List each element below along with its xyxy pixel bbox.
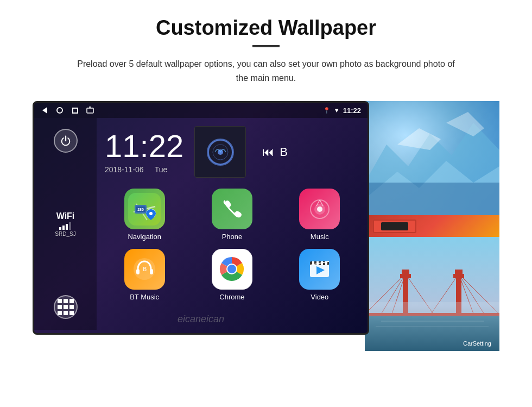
svg-point-15	[317, 206, 322, 212]
apps-grid-icon	[58, 299, 74, 315]
clock-section: 11:22 2018-11-06 Tue	[105, 130, 183, 174]
screenshot-nav-icon	[86, 107, 94, 114]
screen-content: WiFi SRD_SJ	[34, 118, 368, 330]
left-sidebar: WiFi SRD_SJ	[34, 118, 97, 330]
app-bt-music[interactable]: B BT Music	[105, 249, 184, 301]
phone-icon	[212, 189, 252, 229]
play-button[interactable]: B	[280, 145, 288, 159]
video-label: Video	[311, 293, 328, 301]
title-divider	[252, 45, 280, 47]
wallpaper-ice	[365, 101, 499, 215]
status-bar-left	[41, 107, 94, 114]
svg-rect-18	[150, 269, 153, 274]
navigation-label: Navigation	[128, 233, 161, 241]
video-icon	[299, 249, 340, 290]
status-time: 11:22	[343, 107, 361, 115]
music-icon	[299, 189, 340, 229]
device-wrapper: 📍 ▼ 11:22 WiFi	[33, 101, 499, 335]
wallpaper-bridge: CarSetting	[365, 237, 499, 351]
phone-label: Phone	[222, 233, 243, 241]
chrome-icon	[212, 249, 252, 290]
navigation-icon: 280	[124, 189, 165, 229]
bt-music-icon: B	[124, 249, 165, 290]
location-icon: 📍	[323, 107, 331, 114]
svg-text:B: B	[143, 266, 147, 272]
wallpaper-previews: CarSetting	[365, 101, 499, 351]
wifi-label: WiFi	[56, 211, 75, 221]
clock-row: 11:22 2018-11-06 Tue	[105, 126, 359, 178]
svg-text:280: 280	[137, 208, 144, 211]
wifi-ssid: SRD_SJ	[55, 231, 75, 237]
music-label: Music	[311, 233, 329, 241]
svg-rect-41	[402, 270, 409, 276]
chrome-label: Chrome	[219, 293, 244, 301]
wifi-bars	[59, 222, 71, 230]
app-chrome[interactable]: Chrome	[192, 249, 271, 301]
bridge-scene: CarSetting	[365, 237, 499, 351]
app-music[interactable]: Music	[280, 189, 359, 241]
main-area: 11:22 2018-11-06 Tue	[97, 118, 368, 330]
recents-nav-icon	[71, 107, 79, 114]
home-nav-icon	[56, 107, 64, 114]
wifi-widget: WiFi SRD_SJ	[55, 211, 75, 237]
svg-point-22	[227, 265, 236, 273]
prev-button[interactable]: ⏮	[262, 145, 274, 159]
svg-point-12	[149, 212, 153, 215]
day-value: Tue	[155, 165, 168, 174]
wifi-bar-3	[66, 224, 68, 230]
power-button[interactable]	[54, 129, 78, 153]
wallpaper-middle-strip	[365, 215, 499, 237]
page-title: Customized Wallpaper	[156, 16, 376, 40]
svg-rect-55	[365, 302, 499, 316]
back-nav-icon	[41, 107, 48, 114]
page-subtitle: Preload over 5 default wallpaper options…	[76, 57, 456, 85]
device-partial	[373, 220, 416, 233]
wifi-bar-4	[69, 222, 71, 230]
app-navigation[interactable]: 280 Navigation	[105, 189, 184, 241]
device-screen-partial	[381, 222, 408, 230]
svg-rect-44	[455, 270, 463, 276]
ice-background	[365, 101, 499, 215]
carsetting-label: CarSetting	[463, 340, 491, 347]
wifi-signal-icon: ▼	[334, 107, 340, 114]
app-grid: 280 Navigation	[105, 189, 359, 301]
date-value: 2018-11-06	[105, 165, 144, 174]
wifi-bar-1	[59, 227, 61, 230]
clock-date: 2018-11-06 Tue	[105, 165, 167, 174]
svg-rect-35	[365, 183, 499, 215]
svg-rect-17	[136, 269, 140, 274]
apps-button[interactable]	[54, 295, 78, 319]
media-widget	[194, 126, 246, 178]
media-controls: ⏮ B	[262, 145, 288, 159]
svg-rect-0	[87, 108, 93, 113]
clock-time: 11:22	[105, 130, 183, 162]
wifi-bar-2	[62, 226, 65, 230]
bt-music-label: BT Music	[130, 293, 159, 301]
app-video[interactable]: Video	[280, 249, 359, 301]
media-icon	[207, 139, 234, 166]
android-screen: 📍 ▼ 11:22 WiFi	[33, 101, 369, 335]
app-phone[interactable]: Phone	[192, 189, 271, 241]
status-bar: 📍 ▼ 11:22	[34, 103, 368, 118]
status-bar-right: 📍 ▼ 11:22	[323, 107, 361, 115]
watermark: eicaneican	[178, 314, 224, 325]
